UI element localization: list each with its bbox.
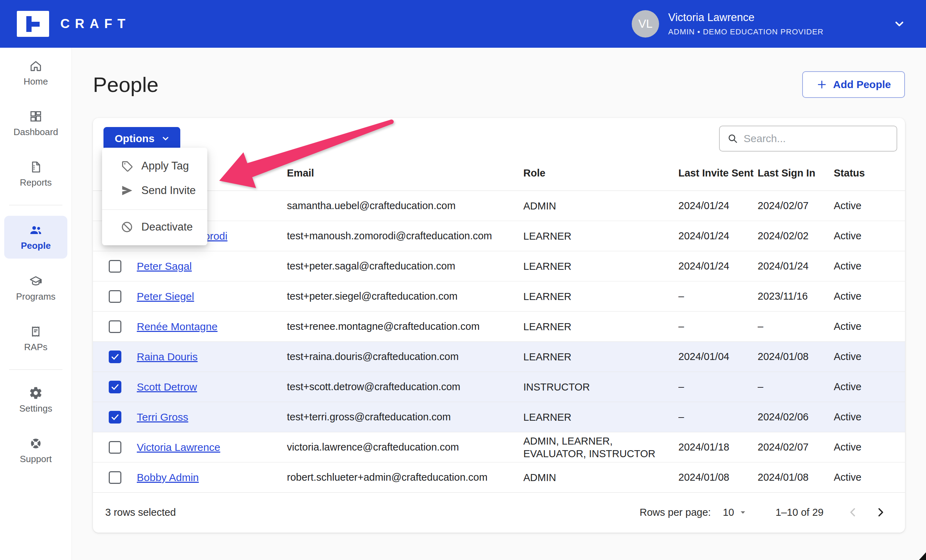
last-invite-sent: 2024/01/24 — [678, 230, 758, 242]
last-invite-sent: 2024/01/24 — [678, 260, 758, 272]
sidebar-item-label: Programs — [16, 291, 56, 302]
table-header-row: Email Role Last Invite Sent Last Sign In… — [93, 156, 905, 191]
person-name-link[interactable]: Terri Gross — [137, 411, 188, 423]
person-name-link[interactable]: Bobby Admin — [137, 472, 199, 483]
person-status: Active — [834, 260, 905, 272]
people-table-card: Options Email Role Last Invite Sent Last… — [93, 118, 905, 533]
search-input[interactable] — [744, 133, 890, 145]
row-checkbox[interactable] — [109, 441, 121, 454]
person-name-link[interactable]: Peter Siegel — [137, 291, 194, 302]
person-role: LEARNER — [524, 351, 678, 363]
person-name-link[interactable]: Victoria Lawrence — [137, 441, 220, 453]
menu-item-send-invite[interactable]: Send Invite — [102, 178, 207, 203]
person-email: test+raina.douris@crafteducation.com — [287, 351, 524, 362]
sidebar-item-label: Support — [20, 454, 51, 465]
sidebar-item-reports[interactable]: Reports — [4, 154, 67, 194]
sidebar-item-programs[interactable]: Programs — [4, 268, 67, 308]
search-icon — [727, 133, 739, 145]
menu-divider — [102, 209, 207, 210]
person-role: LEARNER — [524, 290, 678, 303]
table-row: Raina Douristest+raina.douris@crafteduca… — [93, 342, 905, 372]
next-page-button[interactable] — [873, 504, 888, 520]
rows-per-page-select[interactable]: 10 — [723, 507, 748, 518]
last-invite-sent: 2024/01/18 — [678, 441, 758, 453]
person-status: Active — [834, 472, 905, 483]
row-checkbox[interactable] — [109, 471, 121, 484]
sidebar-item-dashboard[interactable]: Dashboard — [4, 104, 67, 143]
last-invite-sent: 2024/01/04 — [678, 351, 758, 362]
last-invite-sent: 2024/01/08 — [678, 472, 758, 483]
person-role: ADMIN — [524, 471, 678, 484]
row-checkbox[interactable] — [109, 320, 121, 333]
person-name-link[interactable]: Peter Sagal — [137, 260, 192, 272]
person-status: Active — [834, 230, 905, 242]
person-status: Active — [834, 291, 905, 302]
sidebar-item-settings[interactable]: Settings — [4, 380, 67, 420]
user-menu[interactable]: VL Victoria Lawrence ADMIN • DEMO EDUCAT… — [632, 10, 906, 38]
person-name-link[interactable]: Scott Detrow — [137, 381, 197, 393]
main-content: People Add People Options Email — [72, 48, 926, 560]
row-checkbox[interactable] — [109, 411, 121, 424]
header-last-sign-in: Last Sign In — [758, 167, 834, 179]
person-role: INSTRUCTOR — [524, 381, 678, 394]
dashboard-icon — [29, 109, 43, 124]
row-checkbox[interactable] — [109, 351, 121, 363]
tag-icon — [120, 159, 134, 173]
last-invite-sent: – — [678, 321, 758, 332]
home-icon — [29, 59, 43, 73]
table-row: Victoria Lawrencevictoria.lawrence@craft… — [93, 432, 905, 462]
header-role: Role — [524, 167, 678, 179]
person-status: Active — [834, 441, 905, 453]
last-sign-in: 2023/11/16 — [758, 291, 834, 302]
person-email: samantha.uebel@crafteducation.com — [287, 200, 524, 212]
programs-icon — [29, 274, 43, 288]
sidebar-item-raps[interactable]: RAPs — [4, 319, 67, 358]
last-invite-sent: – — [678, 291, 758, 302]
table-row: Peter Sagaltest+peter.sagal@crafteducati… — [93, 251, 905, 282]
add-people-button[interactable]: Add People — [802, 71, 905, 98]
page-title: People — [93, 73, 159, 97]
table-row: Bobby Adminrobert.schlueter+admin@crafte… — [93, 462, 905, 493]
people-icon — [29, 223, 43, 237]
last-sign-in: 2024/02/07 — [758, 200, 834, 212]
sidebar-divider — [9, 205, 62, 205]
chevron-down-icon[interactable] — [892, 17, 906, 31]
person-status: Active — [834, 200, 905, 212]
search-box[interactable] — [719, 126, 897, 151]
table-row: Peter Siegeltest+peter.siegel@crafteduca… — [93, 282, 905, 312]
person-email: test+terri.gross@crafteducation.com — [287, 411, 524, 423]
sidebar-nav: HomeDashboardReportsPeopleProgramsRAPsSe… — [0, 53, 71, 481]
avatar: VL — [632, 10, 659, 38]
last-sign-in: – — [758, 321, 834, 332]
person-email: robert.schlueter+admin@crafteducation.co… — [287, 472, 524, 483]
craft-logo-icon — [17, 11, 49, 37]
sidebar-item-people[interactable]: People — [4, 216, 67, 259]
last-sign-in: 2024/02/06 — [758, 411, 834, 423]
person-role: LEARNER — [524, 411, 678, 424]
menu-item-apply-tag[interactable]: Apply Tag — [102, 154, 207, 178]
row-checkbox[interactable] — [109, 381, 121, 394]
row-checkbox[interactable] — [109, 290, 121, 303]
sidebar-item-home[interactable]: Home — [4, 53, 67, 92]
last-invite-sent: – — [678, 381, 758, 393]
last-sign-in: 2024/01/24 — [758, 260, 834, 272]
previous-page-button[interactable] — [845, 504, 861, 520]
sidebar-item-support[interactable]: Support — [4, 431, 67, 470]
last-invite-sent: – — [678, 411, 758, 423]
person-name-link[interactable]: Raina Douris — [137, 351, 197, 362]
sidebar-item-label: Reports — [20, 177, 51, 188]
person-email: test+peter.sagal@crafteducation.com — [287, 260, 524, 272]
person-status: Active — [834, 321, 905, 332]
row-checkbox[interactable] — [109, 260, 121, 272]
sidebar-divider — [9, 369, 62, 370]
options-button[interactable]: Options — [103, 127, 180, 150]
rows-per-page-label: Rows per page: — [640, 507, 711, 518]
menu-item-deactivate[interactable]: Deactivate — [102, 215, 207, 239]
person-name-link[interactable]: Renée Montagne — [137, 321, 218, 332]
last-sign-in: – — [758, 381, 834, 393]
sidebar-item-label: Home — [24, 76, 48, 87]
reports-icon — [29, 160, 43, 174]
plus-icon — [816, 79, 828, 90]
header-email: Email — [287, 167, 524, 179]
person-status: Active — [834, 351, 905, 362]
